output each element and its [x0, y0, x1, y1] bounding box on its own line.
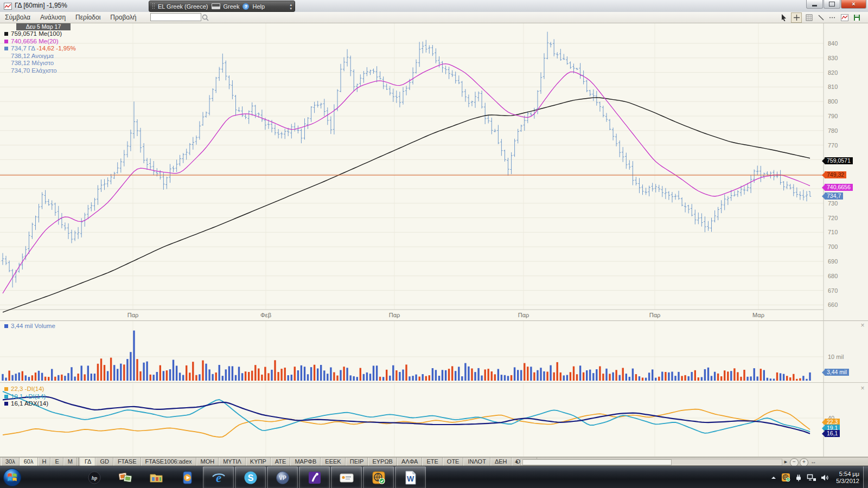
svg-text:hp: hp [91, 475, 97, 481]
taskbar-internet-explorer-icon[interactable]: e [203, 466, 234, 488]
price-legend: 759,0571 Me(100)740,6656 Me(20)734,7 ΓΔ … [4, 30, 76, 75]
trendline-icon[interactable] [816, 13, 826, 22]
help-label[interactable]: Help [252, 3, 265, 10]
tab-symbol-ΑΤΕ[interactable]: ΑΤΕ [271, 458, 291, 466]
svg-text:Παρ: Παρ [649, 312, 661, 318]
tab-symbol-ΟΤΕ[interactable]: ΟΤΕ [443, 458, 464, 466]
taskbar-vp-app-icon[interactable]: VP [267, 466, 298, 488]
volume-panel-close-icon[interactable]: × [859, 323, 866, 329]
taskbar-apps: hpeSVPW [79, 466, 427, 488]
menu-Προβολή[interactable]: Προβολή [105, 12, 141, 21]
adx-di-chart[interactable]: 40 [0, 383, 868, 457]
keyboard-layout-label[interactable]: Greek [224, 3, 240, 10]
menu-Περίοδοι[interactable]: Περίοδοι [71, 12, 105, 21]
pointer-icon[interactable] [779, 13, 789, 22]
svg-text:730: 730 [828, 200, 838, 207]
volume-chart[interactable]: 10 mil [0, 320, 868, 383]
langbar-grip-icon[interactable] [152, 3, 155, 10]
svg-text:S: S [247, 473, 253, 482]
language-label[interactable]: EL Greek (Greece) [158, 3, 208, 10]
tray-network-icon[interactable] [807, 473, 816, 482]
taskbar-photo-viewer-icon[interactable] [110, 467, 140, 488]
dotted-line-icon[interactable] [828, 13, 838, 22]
legend-swatch [4, 47, 8, 50]
tab-symbol-ΜΑΡΦΒ[interactable]: ΜΑΡΦΒ [290, 458, 321, 466]
tab-symbol-ΜΥΤΙΛ[interactable]: ΜΥΤΙΛ [219, 458, 246, 466]
taskbar-hp-support-icon[interactable]: hp [79, 467, 109, 488]
symbol-search-input[interactable] [150, 13, 201, 21]
legend-text: 738,12 Ανοιγμα [11, 53, 54, 59]
tab-symbol-FTASE[interactable]: FTASE [113, 458, 141, 466]
tab-symbol-ΚΥΠΡ[interactable]: ΚΥΠΡ [246, 458, 271, 466]
tabs-scroll-right-icon[interactable]: ▶ [782, 459, 789, 465]
tab-symbol-ΕΤΕ[interactable]: ΕΤΕ [422, 458, 442, 466]
tabs-scrollbar-thumb[interactable] [522, 459, 672, 465]
grid-icon[interactable] [804, 13, 814, 22]
legend-swatch [4, 402, 8, 406]
tab-symbol-ΙΝΛΟΤ[interactable]: ΙΝΛΟΤ [463, 458, 490, 466]
tabs: 30λ60λΗΕΜΓΔGDFTASEFTASE1006:adexΜΟΗΜΥΤΙΛ… [1, 458, 537, 466]
taskbar-word-icon[interactable]: W [395, 466, 426, 488]
price-chart[interactable]: 6606706806907007107207307407507607707807… [0, 23, 868, 320]
badge-arrow-icon [822, 172, 825, 178]
taskbar-security-globe-icon[interactable] [363, 466, 394, 488]
language-bar[interactable]: EL Greek (Greece) Greek ? Help ▴▾ [149, 1, 295, 12]
tabs-scroll-left-icon[interactable]: ◀ [513, 459, 520, 465]
show-desktop-button[interactable] [863, 466, 868, 488]
svg-text:e: e [215, 471, 221, 485]
taskbar-skype-icon[interactable]: S [235, 466, 266, 488]
tab-symbol-ΕΕΕΚ[interactable]: ΕΕΕΚ [321, 458, 345, 466]
indicator-panel-close-icon[interactable]: × [859, 386, 866, 392]
tab-symbol-ΔΕΗ[interactable]: ΔΕΗ [490, 458, 512, 466]
tab-period-Μ[interactable]: Μ [63, 458, 77, 466]
tray-hidden-icons-icon[interactable] [770, 474, 777, 481]
menu-Σύμβολα[interactable]: Σύμβολα [0, 12, 35, 21]
minimize-icon [812, 5, 817, 7]
tab-period-Η[interactable]: Η [38, 458, 51, 466]
svg-text:Μαρ: Μαρ [752, 312, 764, 318]
price-badge-2: 740,6656 [825, 184, 853, 191]
tab-symbol-GD[interactable]: GD [95, 458, 113, 466]
svg-text:Παρ: Παρ [389, 312, 400, 318]
tab-symbol-FTASE1006:adex[interactable]: FTASE1006:adex [141, 458, 196, 466]
svg-text:710: 710 [828, 229, 838, 235]
legend-text: 734,70 Ελάχιστο [11, 67, 57, 74]
legend-row: 740,6656 Me(20) [4, 38, 76, 46]
maximize-icon [829, 2, 835, 7]
tab-period-Ε[interactable]: Ε [50, 458, 63, 466]
indicator-legend: 22,3 -DI(14)19,1 +DI(14)16,1 ADX(14) [4, 386, 48, 408]
legend-text: 22,3 -DI(14) [11, 386, 44, 392]
tab-period-60λ[interactable]: 60λ [20, 458, 38, 466]
search-icon[interactable] [202, 14, 209, 23]
tab-symbol-ΑΛΦΑ[interactable]: ΑΛΦΑ [397, 458, 422, 466]
minimize-button[interactable] [806, 0, 823, 9]
close-button[interactable]: × [841, 0, 866, 9]
price-badge-1: 749,32 [825, 171, 846, 178]
maximize-button[interactable] [824, 0, 840, 9]
legend-swatch [4, 387, 8, 391]
tab-period-30λ[interactable]: 30λ [1, 458, 20, 466]
crosshair-icon[interactable] [791, 12, 802, 23]
start-button[interactable] [2, 467, 22, 487]
svg-text:10 mil: 10 mil [828, 354, 844, 360]
menu-Ανάλυση[interactable]: Ανάλυση [35, 12, 71, 21]
tab-symbol-ΕΥΡΩΒ[interactable]: ΕΥΡΩΒ [368, 458, 397, 466]
keyboard-icon [212, 3, 220, 9]
tray-security-globe-icon[interactable] [781, 473, 790, 482]
tab-symbol-ΠΕΙΡ[interactable]: ΠΕΙΡ [346, 458, 368, 466]
taskbar-web-shortcut-icon[interactable] [331, 466, 362, 488]
fit-width-icon[interactable]: ↔ [810, 458, 816, 465]
langbar-options-icon[interactable]: ▴▾ [290, 3, 292, 10]
taskbar-purple-app-icon[interactable] [299, 466, 330, 488]
tab-symbol-ΓΔ[interactable]: ΓΔ [80, 458, 95, 466]
tab-symbol-ΜΟΗ[interactable]: ΜΟΗ [196, 458, 219, 466]
tray-power-plug-icon[interactable] [794, 473, 803, 482]
tray-volume-icon[interactable] [820, 473, 829, 482]
taskbar-explorer-folder-icon[interactable] [141, 467, 171, 488]
help-icon[interactable]: ? [242, 3, 249, 10]
save-icon[interactable] [852, 13, 861, 22]
taskbar-clock[interactable]: 5:54 μμ 5/3/2012 [836, 471, 859, 485]
taskbar-media-player-icon[interactable] [172, 467, 202, 488]
legend-text: 3,44 mil Volume [11, 323, 55, 329]
chart-icon[interactable] [840, 13, 850, 22]
